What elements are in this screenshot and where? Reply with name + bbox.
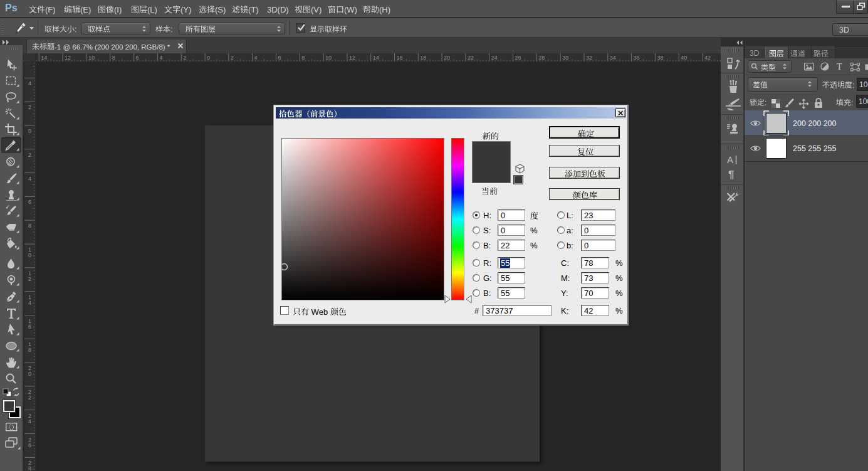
svg-text:6: 6 <box>278 55 281 61</box>
svg-text:12: 12 <box>349 55 355 61</box>
svg-text:12: 12 <box>65 55 71 61</box>
svg-text::: : <box>852 81 854 90</box>
svg-text:40: 40 <box>681 55 687 61</box>
svg-text:10: 10 <box>88 55 95 61</box>
svg-text:34: 34 <box>610 55 616 61</box>
svg-text:8: 8 <box>28 465 31 471</box>
svg-text:2: 2 <box>231 55 234 61</box>
svg-text:14: 14 <box>373 55 379 61</box>
svg-text:¶: ¶ <box>728 169 734 181</box>
svg-text::: : <box>765 98 766 107</box>
svg-text:(L): (L) <box>147 5 157 14</box>
svg-text:4: 4 <box>28 300 31 306</box>
svg-text:2: 2 <box>183 55 186 61</box>
svg-text:4: 4 <box>28 418 31 425</box>
svg-text:(Y): (Y) <box>180 5 191 14</box>
svg-text:14: 14 <box>41 55 47 61</box>
svg-text:Web: Web <box>309 307 330 317</box>
svg-text:32: 32 <box>586 55 592 61</box>
svg-text::: : <box>170 25 172 34</box>
svg-text:16: 16 <box>397 55 403 61</box>
svg-text:(E): (E) <box>80 5 91 14</box>
svg-text:30: 30 <box>562 55 568 61</box>
svg-text::: : <box>75 25 76 34</box>
svg-text:6: 6 <box>28 62 31 63</box>
svg-text:20: 20 <box>444 55 450 61</box>
svg-text:10: 10 <box>325 55 332 61</box>
svg-text:(W): (W) <box>344 5 357 14</box>
svg-text:6: 6 <box>28 199 31 205</box>
svg-text:6: 6 <box>136 55 139 61</box>
svg-text:0: 0 <box>28 252 31 258</box>
svg-text:24: 24 <box>491 55 498 61</box>
svg-text:4: 4 <box>28 80 31 87</box>
svg-text:6: 6 <box>28 442 31 448</box>
svg-text:28: 28 <box>538 55 545 61</box>
svg-text:8: 8 <box>28 347 31 353</box>
svg-text:2: 2 <box>28 152 31 158</box>
svg-text::: : <box>851 98 853 107</box>
svg-text:0: 0 <box>28 128 31 134</box>
svg-text:8: 8 <box>112 55 115 61</box>
svg-text:A: A <box>727 154 733 165</box>
svg-text:(F): (F) <box>45 5 56 14</box>
svg-text:6: 6 <box>28 324 31 330</box>
svg-text:(T): (T) <box>248 5 259 14</box>
svg-text:8: 8 <box>28 223 31 229</box>
svg-text:8: 8 <box>301 55 305 61</box>
svg-text:2: 2 <box>28 276 31 282</box>
svg-text:22: 22 <box>468 55 474 61</box>
svg-text:36: 36 <box>634 55 640 61</box>
svg-text:2: 2 <box>28 394 31 401</box>
svg-text:26: 26 <box>515 55 521 61</box>
svg-text:38: 38 <box>657 55 663 61</box>
svg-text:-1 @ 66.7% (200 200 200, RGB/8: -1 @ 66.7% (200 200 200, RGB/8) * <box>55 43 170 51</box>
svg-text:4: 4 <box>28 176 31 182</box>
svg-text:42: 42 <box>704 55 711 61</box>
svg-text:4: 4 <box>254 55 258 61</box>
svg-text:(I): (I) <box>114 5 122 14</box>
svg-text:3D(D): 3D(D) <box>267 5 289 14</box>
svg-text:4: 4 <box>159 55 162 61</box>
svg-text:0: 0 <box>207 55 210 61</box>
svg-text:(V): (V) <box>311 5 322 14</box>
svg-text:2: 2 <box>28 104 31 110</box>
svg-text:18: 18 <box>420 55 426 61</box>
svg-text:(S): (S) <box>215 5 226 14</box>
svg-text:(H): (H) <box>379 5 390 14</box>
svg-text:0: 0 <box>28 371 31 377</box>
